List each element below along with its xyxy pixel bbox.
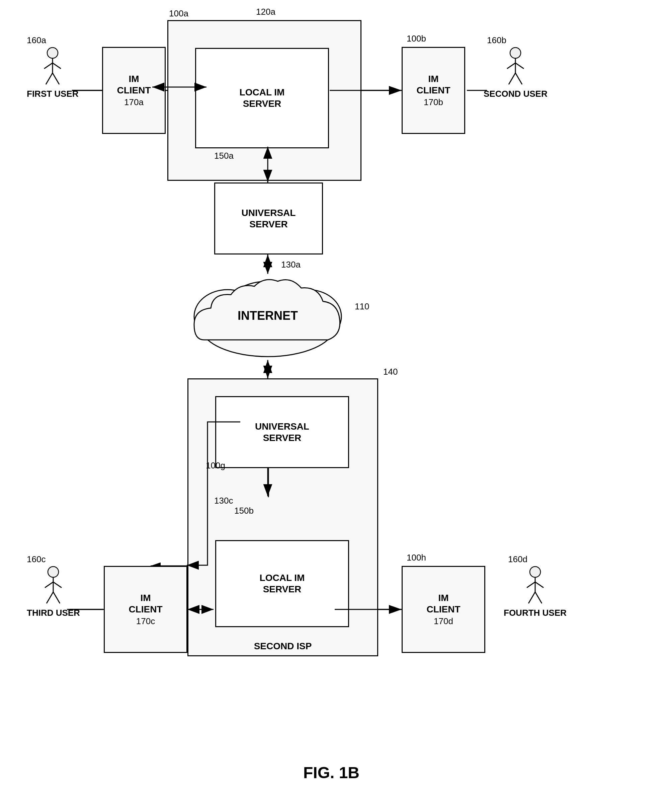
annot-160d: 160d — [508, 554, 527, 565]
annot-130a: 130a — [281, 259, 300, 270]
local-im-server-b-label: LOCAL IM — [260, 572, 305, 584]
im-client-b-box: IM CLIENT 170b — [402, 47, 465, 134]
local-im-server-a-label: LOCAL IM — [239, 87, 285, 98]
third-user-label: THIRD USER — [27, 608, 80, 618]
im-client-d-label: IM — [438, 592, 448, 604]
im-client-a-sublabel: 170a — [124, 97, 144, 108]
annot-100b: 100b — [407, 34, 426, 44]
annot-120a: 120a — [256, 7, 275, 17]
svg-line-48 — [535, 592, 542, 603]
fourth-user-figure — [524, 566, 547, 606]
svg-text:INTERNET: INTERNET — [238, 309, 298, 322]
second-isp-box: UNIVERSAL SERVER LOCAL IM SERVER SECOND … — [187, 379, 378, 656]
svg-point-37 — [48, 567, 59, 577]
local-im-server-b-label2: SERVER — [263, 584, 302, 595]
annot-150a: 150a — [214, 151, 234, 161]
annot-100a: 100a — [169, 8, 188, 19]
im-client-c-sublabel: 170c — [136, 616, 155, 627]
third-user-figure — [42, 566, 65, 606]
universal-server-bottom-box: UNIVERSAL SERVER — [215, 396, 349, 468]
im-client-c-label2: CLIENT — [129, 604, 162, 615]
first-user-label: FIRST USER — [27, 89, 79, 99]
annot-160b: 160b — [487, 35, 506, 45]
annot-160c: 160c — [27, 554, 45, 565]
internet-svg: INTERNET — [187, 273, 348, 360]
universal-server-bottom-label: UNIVERSAL — [255, 421, 309, 432]
annot-100h: 100h — [407, 553, 426, 563]
universal-server-top-label: UNIVERSAL — [242, 207, 296, 219]
im-client-a-box: IM CLIENT 170a — [102, 47, 166, 134]
annot-100g: 100g — [206, 461, 225, 471]
im-client-b-sublabel: 170b — [424, 97, 443, 108]
universal-server-top-label2: SERVER — [249, 219, 288, 230]
svg-line-45 — [527, 582, 535, 588]
local-im-server-a-label2: SERVER — [243, 98, 281, 110]
first-user-person: FIRST USER — [27, 47, 79, 99]
annot-140: 140 — [383, 367, 398, 377]
universal-server-top-box: UNIVERSAL SERVER — [214, 182, 323, 255]
svg-line-39 — [45, 582, 53, 588]
local-im-server-a-box: LOCAL IM SERVER — [195, 48, 329, 148]
second-isp-label: SECOND ISP — [254, 641, 312, 652]
third-user-person: THIRD USER — [27, 566, 80, 618]
svg-line-26 — [516, 73, 522, 84]
im-client-d-label2: CLIENT — [426, 604, 460, 615]
first-user-figure — [41, 47, 64, 87]
im-client-d-sublabel: 170d — [434, 616, 453, 627]
svg-line-47 — [529, 592, 535, 603]
svg-line-42 — [53, 592, 60, 603]
annot-150b: 150b — [234, 506, 254, 516]
im-client-a-label2: CLIENT — [117, 85, 151, 96]
svg-point-21 — [510, 48, 521, 58]
annot-130c: 130c — [214, 496, 233, 506]
annot-160a: 160a — [27, 35, 46, 45]
im-client-d-box: IM CLIENT 170d — [402, 566, 485, 653]
svg-line-17 — [44, 63, 53, 69]
first-isp-box: FIRST ISP LOCAL IM SERVER — [167, 20, 362, 181]
im-client-b-label: IM — [428, 73, 439, 85]
svg-point-15 — [47, 48, 58, 58]
svg-line-19 — [46, 73, 53, 84]
svg-line-46 — [535, 582, 543, 588]
internet-cloud: INTERNET — [187, 273, 348, 360]
im-client-b-label2: CLIENT — [416, 85, 450, 96]
diagram: FIRST ISP LOCAL IM SERVER 120a 100a 150a… — [0, 0, 662, 812]
svg-line-40 — [53, 582, 61, 588]
im-client-c-label: IM — [140, 592, 151, 604]
svg-point-43 — [530, 567, 540, 577]
universal-server-bottom-label2: SERVER — [263, 432, 302, 444]
second-user-label: SECOND USER — [484, 89, 548, 99]
second-user-person: SECOND USER — [484, 47, 548, 99]
im-client-c-box: IM CLIENT 170c — [104, 566, 187, 653]
fourth-user-person: FOURTH USER — [504, 566, 567, 618]
fig-label: FIG. 1B — [251, 764, 412, 782]
svg-line-23 — [507, 63, 516, 69]
svg-line-18 — [53, 63, 61, 69]
fourth-user-label: FOURTH USER — [504, 608, 567, 618]
svg-line-41 — [47, 592, 53, 603]
second-user-figure — [504, 47, 527, 87]
svg-line-24 — [516, 63, 524, 69]
svg-line-20 — [53, 73, 59, 84]
annot-110: 110 — [355, 301, 369, 312]
im-client-a-label: IM — [129, 73, 139, 85]
svg-line-25 — [509, 73, 516, 84]
local-im-server-b-box: LOCAL IM SERVER — [215, 540, 349, 627]
